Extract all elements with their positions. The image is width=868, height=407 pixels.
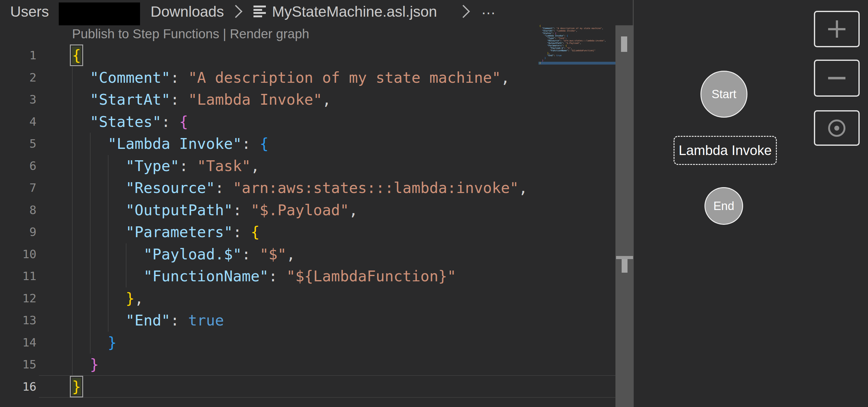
circle-dot-icon xyxy=(828,120,845,137)
codelens-render-graph-link[interactable]: Render graph xyxy=(230,27,309,41)
chevron-right-icon xyxy=(457,5,470,18)
vscode-window: Users Downloads MyStateMachine.asl.json … xyxy=(0,0,868,407)
minimap-line: } xyxy=(539,57,616,59)
task-node-label: Lambda Invoke xyxy=(679,143,772,158)
code-line-1[interactable]: { xyxy=(72,44,528,67)
breadcrumb-item-downloads[interactable]: Downloads xyxy=(151,3,224,21)
line-number: 15 xyxy=(0,353,36,376)
minimap-line: }, xyxy=(539,52,616,54)
editor-code-area[interactable]: { "Comment": "A description of my state … xyxy=(72,44,528,398)
minimap-line: "End": true xyxy=(539,54,616,57)
line-number: 4 xyxy=(0,111,36,133)
minimap-line: } xyxy=(539,59,616,62)
codelens-row: Publish to Step Functions | Render graph xyxy=(72,27,309,41)
start-node-label: Start xyxy=(712,88,736,101)
line-number: 9 xyxy=(0,221,36,243)
line-number: 11 xyxy=(0,265,36,287)
code-line-2[interactable]: "Comment": "A description of my state ma… xyxy=(72,67,528,89)
minus-icon xyxy=(828,77,845,79)
code-line-3[interactable]: "StartAt": "Lambda Invoke", xyxy=(72,89,528,111)
line-number: 8 xyxy=(0,199,36,222)
breadcrumb-item-users[interactable]: Users xyxy=(10,3,49,21)
code-line-11[interactable]: "FunctionName": "${LambdaFunction}" xyxy=(72,265,528,287)
minimap-line: } xyxy=(539,62,616,64)
breadcrumb: Users Downloads MyStateMachine.asl.json … xyxy=(0,0,633,22)
zoom-out-button[interactable] xyxy=(814,60,860,97)
scrollbar-lower-thumb[interactable] xyxy=(622,259,627,273)
code-line-8[interactable]: "OutputPath": "$.Payload", xyxy=(72,199,528,222)
minimap-line: "States": { xyxy=(539,32,616,35)
line-number: 3 xyxy=(0,89,36,111)
minimap-line: "StartAt": "Lambda Invoke", xyxy=(539,30,616,32)
code-line-14[interactable]: } xyxy=(72,332,528,354)
minimap-line: "Resource": "arn:aws:states:::lambda:inv… xyxy=(539,39,616,42)
scrollbar-thumb[interactable] xyxy=(621,36,627,52)
code-line-13[interactable]: "End": true xyxy=(72,309,528,332)
redacted-path-segment xyxy=(59,2,140,25)
line-number: 7 xyxy=(0,177,36,199)
minimap[interactable]: { "Comment": "A description of my state … xyxy=(539,25,616,67)
code-line-9[interactable]: "Parameters": { xyxy=(72,221,528,243)
code-line-7[interactable]: "Resource": "arn:aws:states:::lambda:inv… xyxy=(72,177,528,199)
code-line-6[interactable]: "Type": "Task", xyxy=(72,155,528,177)
code-line-4[interactable]: "States": { xyxy=(72,111,528,133)
minimap-line: "FunctionName": "${LambdaFunction}" xyxy=(539,49,616,52)
editor-gutter: 12345678910111213141516 xyxy=(0,44,36,398)
end-node-label: End xyxy=(713,200,735,213)
plus-icon xyxy=(828,21,845,38)
code-line-10[interactable]: "Payload.$": "$", xyxy=(72,243,528,266)
code-line-12[interactable]: }, xyxy=(72,287,528,310)
line-number: 12 xyxy=(0,287,36,310)
vertical-scrollbar-track[interactable] xyxy=(616,25,634,407)
code-line-16[interactable]: } xyxy=(72,376,528,398)
graph-node-start: Start xyxy=(701,71,747,117)
minimap-line: "Type": "Task", xyxy=(539,37,616,39)
minimap-line: "Payload.$": "$", xyxy=(539,47,616,49)
zoom-in-button[interactable] xyxy=(814,11,860,47)
line-number: 14 xyxy=(0,332,36,354)
graph-node-end: End xyxy=(705,187,743,225)
line-number: 1 xyxy=(0,44,36,67)
breadcrumb-item-more[interactable]: … xyxy=(481,1,496,18)
graph-node-lambda-invoke: Lambda Invoke xyxy=(674,136,777,165)
minimap-line: "Comment": "A description of my state ma… xyxy=(539,27,616,30)
minimap-line: "OutputPath": "$.Payload", xyxy=(539,42,616,44)
line-number: 6 xyxy=(0,155,36,177)
minimap-line: "Parameters": { xyxy=(539,44,616,47)
line-number: 13 xyxy=(0,309,36,332)
codelens-separator: | xyxy=(219,27,230,41)
line-number: 10 xyxy=(0,243,36,266)
codelens-publish-link[interactable]: Publish to Step Functions xyxy=(72,27,219,41)
minimap-line: "Lambda Invoke": { xyxy=(539,35,616,37)
json-outline-icon xyxy=(253,6,266,17)
line-number: 5 xyxy=(0,133,36,155)
chevron-right-icon xyxy=(229,5,242,18)
center-graph-button[interactable] xyxy=(814,110,860,146)
code-line-15[interactable]: } xyxy=(72,353,528,376)
line-number: 16 xyxy=(0,376,36,398)
breadcrumb-item-filename[interactable]: MyStateMachine.asl.json xyxy=(272,3,437,21)
scrollbar-divider-band xyxy=(616,256,633,259)
minimap-line: { xyxy=(539,25,616,27)
line-number: 2 xyxy=(0,67,36,89)
code-line-5[interactable]: "Lambda Invoke": { xyxy=(72,133,528,155)
